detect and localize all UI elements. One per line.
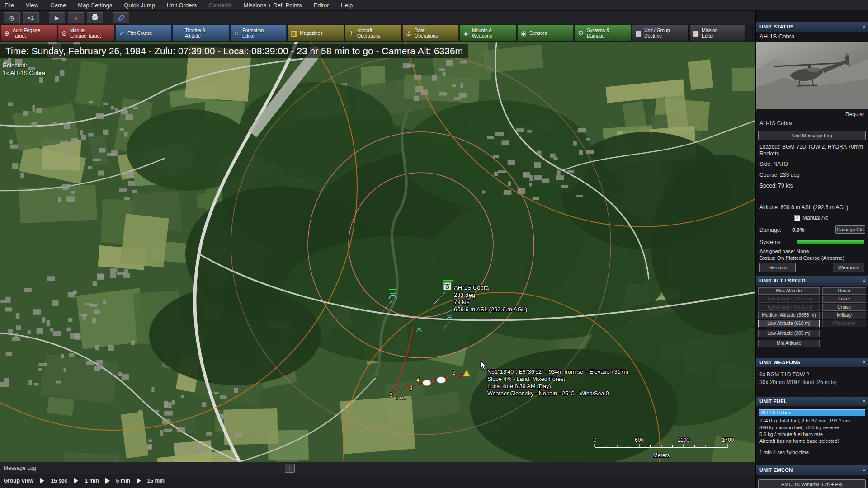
boat-operations-button[interactable]: ⚓ BoatOperations [402,25,459,41]
message-log-expand-button[interactable]: ↑ [285,464,295,473]
play-triangle-icon[interactable] [40,478,44,484]
menu-missions-ref-points[interactable]: Missions + Ref. Points [244,2,302,9]
map-svg: 3 3 4 2 1 sec [0,42,755,462]
mission-editor-button[interactable]: ▦ MissionEditor [689,25,746,41]
collapse-icon: » [861,361,866,364]
auto-engage-icon: ⊕ [2,30,11,37]
play-triangle-icon[interactable] [105,478,110,484]
weapon-link-m197[interactable]: 30x 20mm M197 Burst [25 rnds] [760,379,837,385]
doctrine-icon: ▤ [634,30,643,37]
alt-min-button[interactable]: Min Altitude [758,340,820,347]
unit-health-bar [443,280,453,282]
time-compression-button[interactable]: ×1 [23,12,39,23]
fuel-flying-time: 1 min 4 sec flying time [760,449,866,456]
clip-button[interactable] [113,12,129,23]
menu-view[interactable]: View [26,2,38,9]
clock-icon: ◷ [9,14,14,21]
play-triangle-icon[interactable] [137,478,141,484]
menu-unit-orders[interactable]: Unit Orders [167,2,197,9]
throttle-altitude-icon: ↕ [175,30,184,37]
sensors-button-ribbon[interactable]: ◉ Sensors [517,25,574,41]
speed-loiter-button[interactable]: Loiter [822,296,866,303]
menu-editor[interactable]: Editor [314,2,329,9]
course-text: Course: 233 deg [760,172,866,178]
tactical-map[interactable]: 3 3 4 2 1 sec [0,42,755,462]
unit-status-panel: UNIT STATUS » AH-1S Cobra Regular AH-1S … [755,11,868,488]
waypoint-number[interactable]: 2 [452,370,455,376]
altitude-text: Altitude: 609.6 m ASL (292.6 m AGL) [760,204,866,211]
unit-altspeed-header[interactable]: UNIT ALT / SPEED » [756,276,868,286]
button-label: Boat [415,28,438,33]
unit-message-log-button[interactable]: Unit Message Log [758,131,866,140]
play-button[interactable]: ▶ [49,12,65,23]
weapons-button[interactable]: Weapons [833,263,864,272]
preset-5min[interactable]: 5 min [116,478,130,484]
emcon-window-button[interactable]: EMCON Window (Ctrl + F9) [758,479,866,488]
waypoint-number[interactable]: 3 [390,392,393,398]
unit-weapons-header[interactable]: UNIT WEAPONS » [756,358,868,367]
game-time-button[interactable]: ◷ [4,12,20,23]
cursor-info-line: N51°18'40", E9°36'52" - 934m from sel - … [487,369,628,375]
alt-medium-button[interactable]: Medium Altitude (3658 m) [758,312,820,319]
cursor-info-line: Local time 8:39 AM (Day) [487,383,551,389]
formation-editor-button[interactable]: ∷ FormationEditor [230,25,287,41]
speed-cruise-button[interactable]: Cruise [822,304,866,311]
menu-game[interactable]: Game [50,2,66,9]
waypoint-number[interactable]: 3 [410,385,413,392]
preset-1min[interactable]: 1 min [85,478,99,484]
unit-group-doctrine-button[interactable]: ▤ Unit / GroupDoctrine [632,25,689,41]
speed-afterburner-button: Afterburner [822,320,866,327]
sensors-button[interactable]: Sensors [760,263,796,272]
systems-damage-button[interactable]: ⚙ Systems &Damage [575,25,631,41]
button-label: Mounts & [472,28,492,33]
unit-emcon-header[interactable]: UNIT EMCON » [756,465,868,475]
menu-help[interactable]: Help [341,2,353,9]
record-button[interactable]: ● [68,12,84,23]
message-log-title: Message Log [4,465,36,471]
plot-course-button[interactable]: ↗ Plot Course [115,25,172,41]
alt-low-610-button[interactable]: Low Altitude (610 m) [758,320,820,327]
damage-ctrl-button[interactable]: Damage Ctrl [835,225,865,234]
menu-file[interactable]: File [5,2,14,9]
unit-emcon-title: UNIT EMCON [760,467,793,473]
up-arrow-icon: ↑ [288,465,292,472]
manual-engage-target-button[interactable]: ⊗ ManualEngage Target [58,25,114,41]
magazines-button[interactable]: ▥ Magazines [288,25,344,41]
weapon-link-tow[interactable]: 6x BGM-71D TOW 2 [760,371,809,378]
group-view-button[interactable]: Group View [4,478,33,484]
selected-label: Selected: [3,61,45,69]
speed-military-button[interactable]: Military [822,312,866,319]
unit-fuel-header[interactable]: UNIT FUEL » [756,397,868,406]
collapse-icon: » [861,468,866,471]
menu-map-settings[interactable]: Map Settings [78,2,112,9]
menu-contacts: Contacts [208,2,231,9]
unit-label-course: 233 deg [454,291,475,298]
button-label: Systems & [587,28,609,33]
unit-link[interactable]: AH-1S Cobra [760,120,792,127]
play-icon: ▶ [55,14,59,21]
alt-max-button[interactable]: Max Altitude [758,287,820,295]
fuel-selected-unit[interactable]: AH-1S Cobra [759,409,865,416]
main-area: ◷ ×1 ▶ ● ⊕ Auto EngageTarget ⊗ ManualEng… [0,11,755,488]
button-label: Sensors [529,30,547,36]
preset-15min[interactable]: 15 min [147,478,165,484]
print-button[interactable] [87,12,103,23]
time-control-toolbar: ◷ ×1 ▶ ● [0,11,755,24]
manual-alt-checkbox[interactable]: ✓ Manual Alt [794,215,828,221]
speed-hover-button[interactable]: Hover [822,287,866,295]
collapse-icon: » [861,279,866,282]
waypoint-number[interactable]: 4 [416,377,420,383]
throttle-altitude-button[interactable]: ↕ Throttle &Altitude [173,25,229,41]
preset-15sec[interactable]: 15 sec [51,478,67,484]
side-text: Side: NATO [760,161,866,168]
menu-quick-jump[interactable]: Quick Jump [124,2,155,9]
boat-icon: ⚓ [404,30,413,37]
play-triangle-icon[interactable] [74,478,78,484]
unit-status-header[interactable]: UNIT STATUS » [756,22,868,32]
scale-tick-label: 1100 [678,437,689,443]
alt-low-305-button[interactable]: Low Altitude (305 m) [758,330,820,337]
auto-engage-target-button[interactable]: ⊕ Auto EngageTarget [0,25,57,41]
aircraft-operations-button[interactable]: ✈ AircraftOperations [345,25,401,41]
mounts-weapons-button[interactable]: ◈ Mounts &Weapons [460,25,516,41]
clip-icon [118,14,125,22]
